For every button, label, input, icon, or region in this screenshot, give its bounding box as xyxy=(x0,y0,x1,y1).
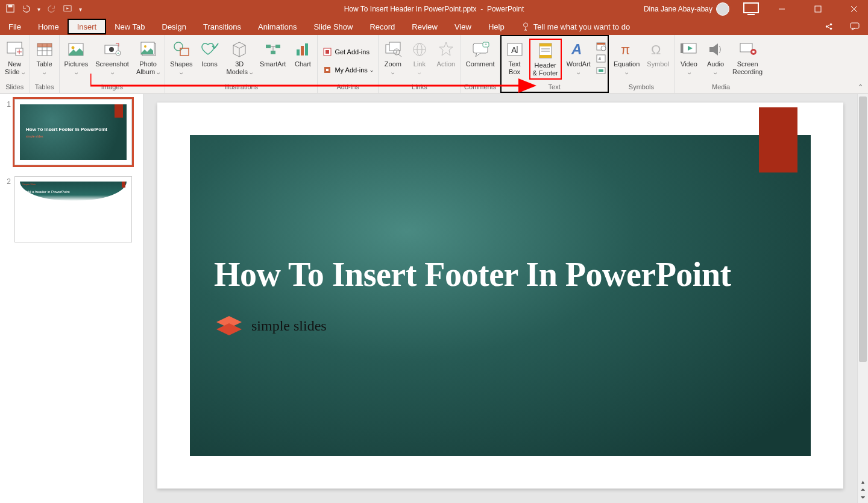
3d-models-icon xyxy=(230,40,249,59)
equation-button[interactable]: πEquation⌵ xyxy=(611,39,642,77)
slide-canvas[interactable]: How To Insert Footer In PowerPoint simpl… xyxy=(157,103,843,489)
new-slide-button[interactable]: New Slide ⌵ xyxy=(2,39,27,77)
svg-point-12 xyxy=(826,25,828,28)
window-title: How To Insert Header In PowerPoint.pptx … xyxy=(344,5,524,13)
svg-point-13 xyxy=(830,24,832,26)
user-account[interactable]: Dina Jane Abay-abay xyxy=(644,2,734,16)
save-icon[interactable] xyxy=(6,4,14,14)
screenshot-button[interactable]: +Screenshot⌵ xyxy=(93,39,131,77)
wordart-icon: A xyxy=(569,40,588,59)
text-box-button[interactable]: AText Box xyxy=(503,39,527,77)
group-images: Pictures⌵ +Screenshot⌵ Photo Album ⌵ Ima… xyxy=(60,35,166,93)
tab-view[interactable]: View xyxy=(446,18,480,35)
tab-design[interactable]: Design xyxy=(154,18,195,35)
link-icon xyxy=(410,40,429,59)
tab-help[interactable]: Help xyxy=(480,18,513,35)
thumbnail-2[interactable]: 2 Simple Slide Add a header in PowerPoin… xyxy=(5,176,138,242)
svg-text:#: # xyxy=(599,57,601,61)
zoom-button[interactable]: Zoom⌵ xyxy=(381,39,405,77)
comment-icon: + xyxy=(471,40,490,59)
start-from-beginning-icon[interactable] xyxy=(63,4,72,14)
video-button[interactable]: Video⌵ xyxy=(677,39,701,77)
smartart-icon xyxy=(263,40,283,59)
close-button[interactable] xyxy=(840,0,868,18)
brand-logo-icon xyxy=(214,314,244,338)
header-footer-button[interactable]: Header & Footer xyxy=(529,39,562,80)
shapes-button[interactable]: Shapes⌵ xyxy=(168,39,195,77)
3d-models-button[interactable]: 3D Models ⌵ xyxy=(224,39,256,77)
svg-text:+: + xyxy=(485,42,487,46)
tab-home[interactable]: Home xyxy=(30,18,68,35)
wordart-button[interactable]: AWordArt⌵ xyxy=(564,39,593,77)
tab-record[interactable]: Record xyxy=(361,18,403,35)
prev-slide-double-icon[interactable]: ⏶ xyxy=(860,486,866,493)
svg-text:π: π xyxy=(621,42,630,57)
smartart-button[interactable]: SmartArt xyxy=(257,39,288,69)
slide-title: How To Insert Footer In PowerPoint xyxy=(214,253,787,296)
video-icon xyxy=(679,40,699,59)
slide-bookmark xyxy=(759,107,797,172)
share-button[interactable] xyxy=(816,18,841,35)
screen-recording-button[interactable]: Screen Recording xyxy=(730,39,765,77)
minimize-button[interactable] xyxy=(768,0,796,18)
tell-me-search[interactable]: Tell me what you want to do xyxy=(521,18,630,35)
group-media: Video⌵ Audio⌵ Screen Recording Media xyxy=(675,35,767,93)
group-illustrations: Shapes⌵ Icons 3D Models ⌵ SmartArt Chart… xyxy=(165,35,318,93)
audio-button[interactable]: Audio⌵ xyxy=(703,39,728,77)
qat-more-icon[interactable]: ▾ xyxy=(79,6,82,13)
svg-text:Ω: Ω xyxy=(651,42,661,57)
collapse-ribbon-icon[interactable]: ⌃ xyxy=(858,83,863,91)
maximize-button[interactable] xyxy=(804,0,832,18)
action-icon xyxy=(436,40,456,59)
tab-animations[interactable]: Animations xyxy=(250,18,305,35)
ribbon: New Slide ⌵ Slides Table⌵ Tables Picture… xyxy=(0,35,868,94)
object-button[interactable] xyxy=(596,65,606,76)
svg-rect-78 xyxy=(681,43,683,53)
vertical-scrollbar[interactable]: ▴ ⏶ ⏷ xyxy=(857,94,868,503)
svg-rect-42 xyxy=(297,49,300,55)
svg-rect-48 xyxy=(326,69,329,71)
redo-icon[interactable] xyxy=(48,4,56,14)
pictures-button[interactable]: Pictures⌵ xyxy=(62,39,91,77)
my-addins-button[interactable]: My Add-ins ⌵ xyxy=(320,64,375,76)
next-slide-double-icon[interactable]: ⏷ xyxy=(860,494,866,501)
scrollbar-thumb[interactable] xyxy=(859,96,867,362)
table-button[interactable]: Table⌵ xyxy=(33,39,57,77)
tab-transitions[interactable]: Transitions xyxy=(195,18,250,35)
photo-album-button[interactable]: Photo Album ⌵ xyxy=(134,39,162,77)
undo-icon[interactable] xyxy=(22,4,30,14)
tab-newtab[interactable]: New Tab xyxy=(106,18,153,35)
tab-insert[interactable]: Insert xyxy=(68,19,107,34)
title-bar: ▾ ▾ How To Insert Header In PowerPoint.p… xyxy=(0,0,868,18)
prev-slide-icon[interactable]: ▴ xyxy=(861,478,864,485)
thumbnail-1[interactable]: 1 How To Insert Footer In PowerPoint sim… xyxy=(5,99,138,165)
tab-review[interactable]: Review xyxy=(403,18,446,35)
ribbon-display-icon[interactable] xyxy=(743,1,760,17)
svg-point-14 xyxy=(830,28,832,30)
group-text: AText Box Header & Footer AWordArt⌵ # Te… xyxy=(500,35,609,93)
tab-file[interactable]: File xyxy=(0,18,30,35)
equation-icon: π xyxy=(617,40,637,59)
svg-rect-38 xyxy=(275,45,280,48)
symbol-icon: Ω xyxy=(649,40,668,59)
svg-point-70 xyxy=(601,46,606,51)
comment-button[interactable]: +Comment xyxy=(464,39,497,69)
symbol-button: ΩSymbol xyxy=(644,39,671,69)
new-slide-icon xyxy=(5,40,24,59)
header-footer-icon xyxy=(536,41,555,60)
chart-button[interactable]: Chart xyxy=(291,39,315,69)
get-addins-button[interactable]: Get Add-ins xyxy=(320,46,371,58)
svg-rect-15 xyxy=(851,23,859,28)
tab-slideshow[interactable]: Slide Show xyxy=(305,18,361,35)
svg-rect-79 xyxy=(740,43,752,52)
icons-button[interactable]: Icons xyxy=(198,39,222,69)
svg-rect-74 xyxy=(599,69,603,72)
group-label-addins: Add-ins xyxy=(320,83,375,92)
date-time-button[interactable] xyxy=(596,41,606,52)
slide-thumbnails: 1 How To Insert Footer In PowerPoint sim… xyxy=(0,94,143,503)
svg-rect-6 xyxy=(815,6,821,12)
comments-button[interactable] xyxy=(841,18,868,35)
slide-number-button[interactable]: # xyxy=(596,53,606,64)
group-label-slides: Slides xyxy=(2,83,27,92)
undo-dropdown-icon[interactable]: ▾ xyxy=(37,6,40,13)
